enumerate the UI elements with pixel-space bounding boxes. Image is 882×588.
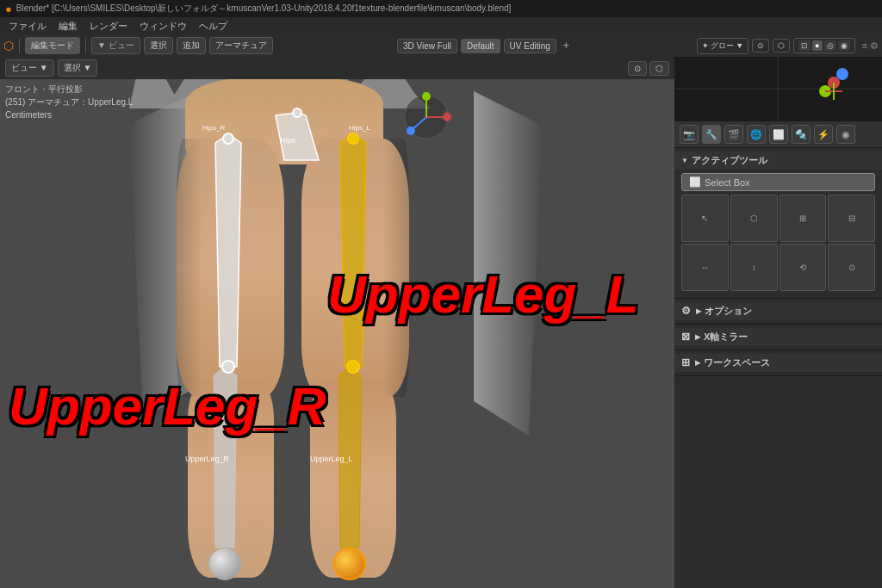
title-bar: ● Blender* [C:\Users\SMILES\Desktop\新しいフ…: [0, 0, 882, 17]
armature-button[interactable]: アーマチュア: [209, 37, 273, 54]
viewport-xray-btn[interactable]: ⬡: [649, 61, 669, 76]
view-button[interactable]: ▼ ビュー: [91, 37, 140, 54]
mini-3d-view[interactable]: [674, 57, 882, 121]
top-toolbar: ⬡ 編集モード ▼ ビュー 選択 追加 アーマチュア 3D View Full …: [0, 34, 882, 57]
separator: [19, 38, 20, 53]
uv-editing-button[interactable]: UV Editing: [504, 39, 556, 53]
workspace-section: ⊞ ▶ ワークスペース: [674, 350, 882, 376]
menu-item-help[interactable]: ヘルプ: [194, 19, 233, 34]
svg-text:X: X: [444, 110, 448, 116]
tool-grid-item-1[interactable]: ↖: [681, 195, 729, 242]
active-tools-section: ▼ アクティブツール ⬜ Select Box ↖ ⬡ ⊞ ⊟ ↔ ↕ ⟲ ⊙: [674, 148, 882, 299]
x-mirror-section: ⊠ ▶ X軸ミラー: [674, 325, 882, 350]
upperleg-l-label: UpperLeg_L: [327, 263, 639, 325]
bone-sphere-right: [208, 548, 241, 580]
tool-grid: ↖ ⬡ ⊞ ⊟ ↔ ↕ ⟲ ⊙: [681, 195, 875, 291]
svg-point-11: [293, 108, 301, 117]
svg-text:Hips_R: Hips_R: [202, 124, 225, 132]
world-props-icon[interactable]: 🌐: [747, 125, 766, 144]
properties-panel: 📷 🔧 🎬 🌐 ⬜ 🔩 ⚡ ◉ ▼ アクティブツール ⬜ Select Box …: [674, 57, 882, 588]
viewport-view-menu[interactable]: ビュー ▼: [5, 59, 54, 77]
blender-logo-icon: ⬡: [3, 39, 14, 53]
properties-icons-row: 📷 🔧 🎬 🌐 ⬜ 🔩 ⚡ ◉: [674, 121, 882, 148]
options-title: オプション: [705, 305, 752, 318]
select-box-button[interactable]: ⬜ Select Box: [681, 173, 875, 191]
material-icon[interactable]: ◎: [824, 40, 836, 51]
svg-point-3: [222, 361, 234, 373]
menu-bar: ファイル 編集 レンダー ウィンドウ ヘルプ: [0, 17, 882, 34]
x-mirror-icon: ⊠: [681, 331, 690, 343]
options-icon: ⚙: [681, 305, 691, 317]
wireframe-icon[interactable]: ⊡: [798, 40, 811, 51]
menu-item-edit[interactable]: 編集: [53, 19, 83, 34]
upperleg-r-label: UpperLeg_R: [9, 375, 326, 436]
scene-props-icon[interactable]: 🎬: [724, 125, 743, 144]
glow-button[interactable]: ✦ グロー ▼: [697, 38, 748, 54]
svg-marker-0: [215, 134, 241, 367]
active-tools-title: アクティブツール: [692, 154, 767, 167]
tool-grid-item-6[interactable]: ↕: [730, 244, 778, 291]
bone-left-leg: UpperLeg_L: [306, 126, 418, 573]
solid-icon[interactable]: ●: [812, 40, 822, 51]
render-props-icon[interactable]: 📷: [680, 125, 699, 144]
svg-text:Hips_L: Hips_L: [349, 124, 370, 132]
options-section: ⚙ ▶ オプション: [674, 299, 882, 325]
xray-button[interactable]: ⬡: [773, 39, 790, 53]
view-projection-label: フロント・平行投影: [5, 83, 133, 96]
units-label: Centimeters: [5, 108, 133, 121]
armature-info-label: (251) アーマチュア：UpperLeg.L: [5, 96, 133, 108]
tool-grid-item-2[interactable]: ⬡: [730, 195, 778, 242]
options-header[interactable]: ⚙ ▶ オプション: [674, 302, 882, 320]
rendered-icon[interactable]: ◉: [838, 40, 850, 51]
active-tools-header[interactable]: ▼ アクティブツール: [674, 152, 882, 170]
active-tool-icon[interactable]: 🔧: [702, 125, 721, 144]
tool-grid-item-5[interactable]: ↔: [681, 244, 729, 291]
overlay-button[interactable]: ⊙: [752, 39, 769, 53]
viewport-overlay-btn[interactable]: ⊙: [628, 61, 647, 76]
active-tools-arrow: ▼: [681, 157, 688, 164]
app-icon: ●: [5, 3, 12, 15]
svg-text:Y: Y: [424, 91, 428, 97]
viewport-select-menu[interactable]: 選択 ▼: [58, 59, 98, 77]
svg-point-8: [347, 361, 359, 373]
active-tools-body: ⬜ Select Box ↖ ⬡ ⊞ ⊟ ↔ ↕ ⟲ ⊙: [674, 170, 882, 294]
svg-text:UpperLeg_L: UpperLeg_L: [310, 455, 353, 463]
tool-grid-item-8[interactable]: ⊙: [828, 244, 875, 291]
physics-props-icon[interactable]: ◉: [836, 125, 855, 144]
x-mirror-title: X軸ミラー: [704, 331, 748, 344]
tool-grid-item-3[interactable]: ⊞: [780, 195, 827, 242]
3d-viewport[interactable]: ビュー ▼ 選択 ▼ ⊙ ⬡ フロント・平行投影 (251) アーマチュア：Up…: [0, 57, 674, 588]
separator2: [85, 38, 86, 53]
object-props-icon[interactable]: ⬜: [769, 125, 788, 144]
menu-item-render[interactable]: レンダー: [84, 19, 133, 34]
modifier-props-icon[interactable]: 🔩: [792, 125, 811, 144]
tool-grid-item-7[interactable]: ⟲: [780, 244, 827, 291]
shading-buttons: ⊡ ● ◎ ◉: [793, 38, 854, 53]
glow-icon: ✦: [702, 41, 709, 50]
workspace-title: ワークスペース: [704, 356, 770, 369]
bone-right-leg: UpperLeg_R: [181, 126, 293, 573]
right-toolbar-icons: ≡ ⚙: [862, 40, 879, 52]
add-button[interactable]: 追加: [177, 37, 206, 54]
3dview-full-button[interactable]: 3D View Full: [397, 39, 457, 53]
viewport-info: フロント・平行投影 (251) アーマチュア：UpperLeg.L Centim…: [5, 83, 133, 121]
edit-mode-button[interactable]: 編集モード: [25, 37, 80, 54]
menu-item-file[interactable]: ファイル: [3, 19, 52, 34]
workspace-icon: ⊞: [681, 356, 690, 368]
svg-text:Z: Z: [407, 126, 412, 132]
default-button[interactable]: Default: [461, 39, 500, 53]
x-mirror-header[interactable]: ⊠ ▶ X軸ミラー: [674, 328, 882, 346]
svg-marker-5: [340, 134, 366, 367]
menu-item-window[interactable]: ウィンドウ: [134, 19, 192, 34]
viewport-navigation-widget[interactable]: X Y Z: [401, 91, 452, 143]
workspace-arrow: ▶: [695, 359, 700, 367]
hip-bones: Hips Hips_R Hips_L: [198, 108, 396, 169]
tool-grid-item-4[interactable]: ⊟: [828, 195, 875, 242]
particle-props-icon[interactable]: ⚡: [814, 125, 833, 144]
workspace-header[interactable]: ⊞ ▶ ワークスペース: [674, 354, 882, 372]
x-mirror-arrow: ▶: [695, 333, 700, 341]
viewport-header: ビュー ▼ 選択 ▼ ⊙ ⬡: [0, 57, 674, 79]
svg-text:UpperLeg_R: UpperLeg_R: [185, 455, 230, 463]
select-box-icon: ⬜: [689, 176, 701, 188]
select-button[interactable]: 選択: [144, 37, 173, 54]
